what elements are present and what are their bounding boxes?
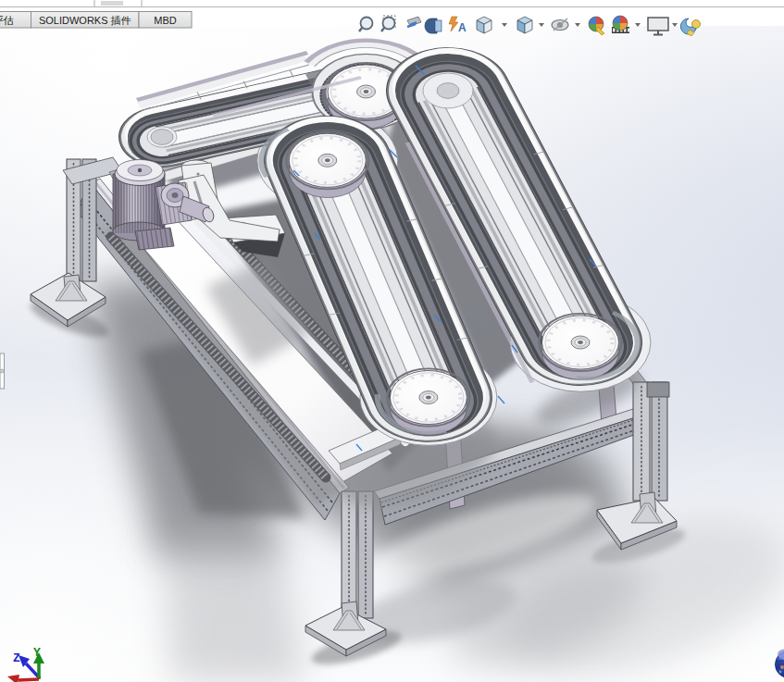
svg-text:A: A <box>458 21 467 34</box>
svg-text:评估: 评估 <box>0 15 14 26</box>
svg-text:SOLIDWORKS 插件: SOLIDWORKS 插件 <box>39 15 131 26</box>
svg-text:MBD: MBD <box>154 15 177 26</box>
svg-text:Z: Z <box>13 651 20 665</box>
